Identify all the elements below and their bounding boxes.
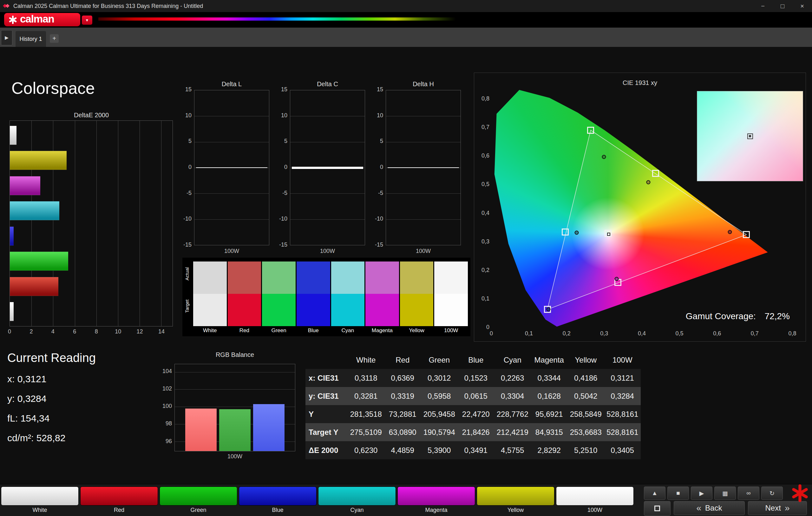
rgb-bar-blue [253,404,285,451]
pattern-button-cyan[interactable]: Cyan [318,487,396,513]
table-header-red: Red [384,351,421,369]
app-icon [3,3,9,9]
table-header-row: WhiteRedGreenBlueCyanMagentaYellow100W [306,351,641,369]
delta-h-gridline [386,116,461,116]
deltae-bar-row [10,299,173,325]
delta-h-gridline [386,142,461,142]
delta-c-gridline [290,116,365,116]
cie-x-tick: 0,4 [638,330,646,337]
expand-panel-button[interactable]: ▶ [1,30,12,45]
table-cell: 205,9458 [421,405,458,423]
next-button[interactable]: Next » [748,501,807,515]
save-button[interactable]: ▦ [714,487,736,500]
whitepoint-inset [697,91,803,181]
delta-c-y-tick: -10 [270,215,287,222]
current-reading-cdm2: cd/m²: 528,82 [7,433,96,444]
swatch-target-cyan [331,294,365,326]
delta-h-y-tick: 10 [366,112,383,119]
repeat-button[interactable]: ↻ [761,487,783,500]
table-cell: 275,5109 [348,423,384,441]
pattern-button-100w[interactable]: 100W [556,487,634,513]
swatch-actual-cyan [331,262,365,294]
table-row: Y281,351873,2881205,945822,4720228,77629… [306,405,641,423]
table-cell: 0,2263 [494,369,531,387]
whitepoint-marker [747,133,753,139]
cie-x-tick: 0,6 [713,330,721,337]
table-row: y: CIE310,32810,33190,59580,06150,33040,… [306,387,641,405]
tab-history-1[interactable]: History 1 [16,31,46,47]
delta-l-xlabel: 100W [194,248,269,254]
delta-c-yticks: 151050-5-10-15 [270,90,287,245]
rgb-xlabel: 100W [174,453,295,460]
eject-button[interactable]: ▲ [644,487,665,500]
minimize-button[interactable]: − [753,0,773,12]
table-cell: 0,6230 [348,441,384,459]
delta-l-y-tick: -15 [174,242,192,248]
panel-expand-icon: ▶ [5,35,8,40]
deltae-bar-row [10,148,173,173]
pattern-button-red[interactable]: Red [80,487,158,513]
pattern-button-green[interactable]: Green [160,487,237,513]
rgb-plot [174,364,295,451]
page-title: Colorspace [11,79,95,98]
logo-menu-button[interactable]: ▼ [82,16,92,25]
delta-h-y-tick: -5 [366,190,383,196]
swatch-target-100w [434,294,468,326]
deltae-x-tick: 8 [95,328,98,335]
add-tab-button[interactable]: + [50,34,59,43]
delta-l-value-line [196,168,268,168]
cie-y-tick: 0,4 [475,210,489,216]
play-button[interactable]: ▶ [691,487,713,500]
back-button[interactable]: « Back [674,501,745,515]
swatch-actual-100w [434,262,468,294]
link-button[interactable]: ∞ [738,487,759,500]
cie-y-tick: 0,3 [475,238,489,245]
delta-l-gridline [195,116,269,116]
swatch-label-magenta: Magenta [366,326,399,335]
pattern-swatch-100w [556,487,634,506]
cie-y-tick: 0,6 [475,152,489,159]
close-button[interactable]: × [792,0,812,12]
deltae-x-tick: 6 [73,328,76,335]
delta-h-y-tick: 15 [366,86,383,93]
pattern-swatch-white [1,487,79,506]
swatch-label-red: Red [228,326,261,335]
pattern-button-magenta[interactable]: Magenta [398,487,475,513]
stop-measurement-button[interactable] [644,501,670,516]
pattern-buttons: WhiteRedGreenBlueCyanMagentaYellow100W [1,487,634,513]
current-reading-title: Current Reading [7,351,96,365]
delta-h-chart: Delta H 151050-5-10-15 100W [366,79,464,259]
table-cell: 0,3012 [421,369,458,387]
table-header-blue: Blue [458,351,494,369]
cie-y-tick: 0,8 [475,95,489,102]
delta-c-y-tick: 5 [270,138,287,145]
pattern-button-yellow[interactable]: Yellow [477,487,554,513]
rgb-bar-red [185,408,216,451]
cie-target-cyan [562,229,569,236]
transport-small-buttons: ▲■▶▦∞↻ [644,487,783,500]
maximize-button[interactable]: □ [773,0,792,12]
deltae-x-tick: 10 [115,328,121,335]
pattern-swatch-red [80,487,158,506]
calman-logo-text: calman [20,13,54,26]
titlebar: Calman 2025 Calman Ultimate for Business… [0,0,812,12]
delta-h-gridline [386,219,461,220]
delta-l-y-tick: 10 [174,112,192,119]
pattern-button-white[interactable]: White [1,487,79,513]
table-cell: 0,3281 [348,387,384,405]
pattern-swatch-green [160,487,237,506]
current-reading-y: y: 0,3284 [7,393,96,404]
pattern-button-blue[interactable]: Blue [239,487,317,513]
deltae-x-tick: 2 [29,328,33,335]
table-cell: 528,8161 [604,405,641,423]
deltae-bar-row [10,223,173,249]
cie-y-tick: 0,7 [475,124,489,130]
current-reading-x: x: 0,3121 [7,374,96,385]
deltae-x-tick: 14 [158,328,165,335]
swatch-target-magenta [366,294,399,326]
table-cell: 5,3900 [421,441,458,459]
delta-l-y-tick: -5 [174,190,192,196]
pattern-swatch-blue [239,487,317,506]
cie-x-tick: 0,5 [676,330,684,337]
stop-button[interactable]: ■ [667,487,689,500]
